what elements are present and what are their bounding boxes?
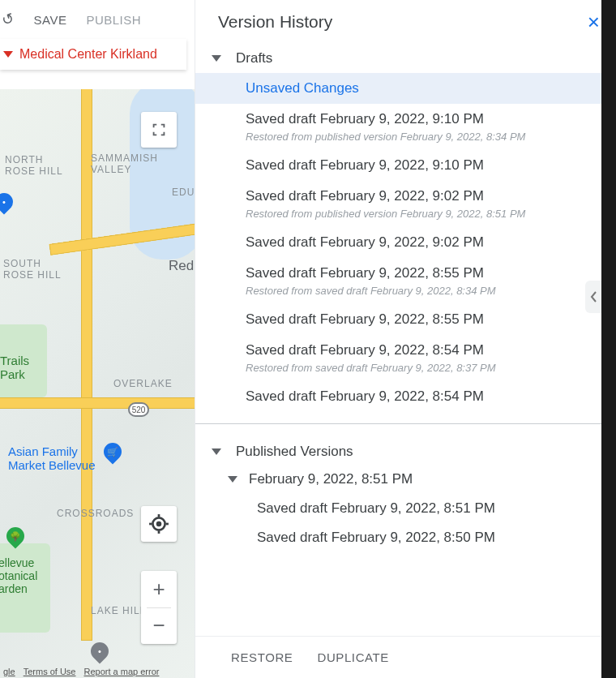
map-label: OVERLAKE: [113, 378, 173, 389]
chevron-down-icon[interactable]: [212, 448, 221, 455]
panel-body: Drafts Unsaved Changes Saved draft Febru…: [195, 44, 616, 636]
drafts-section-label: Drafts: [236, 50, 272, 67]
store-pin-icon[interactable]: •: [0, 189, 17, 214]
store-pin-icon[interactable]: 🛒: [100, 439, 125, 464]
published-section-label: Published Versions: [236, 444, 353, 460]
draft-entry-label: Saved draft February 9, 2022, 9:10 PM: [246, 111, 484, 127]
map-label: EDU: [172, 187, 195, 198]
map-label: LAKE HILL: [91, 605, 146, 616]
map-label: SOUTH ROSE HILL: [3, 258, 62, 281]
fullscreen-icon: [150, 121, 168, 139]
published-entry-label: Saved draft February 9, 2022, 8:51 PM: [257, 500, 495, 516]
target-icon: [148, 513, 169, 534]
window-frame-edge: [601, 0, 616, 678]
chevron-down-icon[interactable]: [228, 476, 237, 483]
published-group-header[interactable]: February 9, 2022, 8:51 PM: [195, 466, 616, 494]
my-location-button[interactable]: [141, 506, 177, 542]
map-label: SAMMAMISH VALLEY: [91, 152, 158, 175]
publish-button[interactable]: PUBLISH: [86, 13, 141, 27]
draft-entry-label: Saved draft February 9, 2022, 9:10 PM: [246, 157, 484, 173]
published-entry[interactable]: Saved draft February 9, 2022, 8:50 PM: [195, 523, 616, 552]
save-button[interactable]: SAVE: [34, 13, 67, 27]
draft-entry-label: Saved draft February 9, 2022, 8:55 PM: [246, 311, 484, 327]
drafts-section-header[interactable]: Drafts: [195, 44, 616, 73]
published-section-header[interactable]: Published Versions: [195, 437, 616, 466]
draft-entry-label: Unsaved Changes: [246, 80, 359, 96]
map-road: [0, 397, 195, 409]
map-park-label: Trails Park: [0, 354, 29, 381]
draft-entry-label: Saved draft February 9, 2022, 8:54 PM: [246, 388, 484, 404]
toolbar: ↻ SAVE PUBLISH: [0, 0, 211, 39]
draft-entry-sub: Restored from saved draft February 9, 20…: [246, 362, 603, 374]
terms-link[interactable]: Terms of Use: [24, 667, 76, 676]
published-group-date: February 9, 2022, 8:51 PM: [249, 471, 413, 487]
zoom-in-button[interactable]: +: [141, 571, 177, 607]
draft-entry-sub: Restored from saved draft February 9, 20…: [246, 285, 603, 297]
draft-entry[interactable]: Saved draft February 9, 2022, 9:02 PM Re…: [195, 181, 616, 227]
draft-entry[interactable]: Saved draft February 9, 2022, 8:55 PM: [195, 304, 616, 335]
draft-entry[interactable]: Saved draft February 9, 2022, 8:55 PM Re…: [195, 258, 616, 304]
chevron-down-icon: [3, 51, 13, 58]
map-label: NORTH ROSE HILL: [5, 154, 63, 177]
draft-entry-sub: Restored from published version February…: [246, 131, 603, 143]
selected-item-label: Medical Center Kirkland: [19, 47, 157, 62]
draft-entry[interactable]: Saved draft February 9, 2022, 8:54 PM: [195, 381, 616, 412]
draft-entry-label: Saved draft February 9, 2022, 8:55 PM: [246, 265, 484, 281]
draft-entry[interactable]: Saved draft February 9, 2022, 9:10 PM Re…: [195, 104, 616, 150]
draft-entry-sub: Restored from published version February…: [246, 208, 603, 220]
section-divider: [195, 423, 616, 424]
route-shield: 520: [128, 402, 149, 417]
context-bar[interactable]: Medical Center Kirkland: [0, 39, 186, 70]
draft-entry-label: Saved draft February 9, 2022, 8:54 PM: [246, 342, 484, 358]
close-button[interactable]: ×: [588, 10, 600, 35]
report-error-link[interactable]: Report a map error: [83, 667, 159, 676]
zoom-out-button[interactable]: −: [141, 608, 177, 645]
map-poi-label: Asian Family Market Bellevue: [8, 444, 96, 472]
zoom-control: + −: [141, 571, 177, 644]
restore-button[interactable]: RESTORE: [231, 650, 293, 664]
map-attribution: gle Terms of Use Report a map error: [0, 667, 162, 676]
draft-entry-label: Saved draft February 9, 2022, 9:02 PM: [246, 188, 484, 204]
published-entry[interactable]: Saved draft February 9, 2022, 8:51 PM: [195, 494, 616, 523]
panel-title: Version History: [218, 12, 332, 32]
draft-entry[interactable]: Saved draft February 9, 2022, 9:02 PM: [195, 227, 616, 258]
draft-entry[interactable]: Saved draft February 9, 2022, 8:54 PM Re…: [195, 335, 616, 381]
duplicate-button[interactable]: DUPLICATE: [317, 650, 388, 664]
redo-icon[interactable]: ↻: [0, 9, 17, 30]
map-park-label: ellevue otanical arden: [0, 556, 37, 595]
chevron-down-icon[interactable]: [212, 55, 221, 62]
version-history-panel: Version History × Drafts Unsaved Changes…: [195, 0, 616, 678]
map-label: CROSSROADS: [57, 508, 134, 519]
draft-entry-label: Saved draft February 9, 2022, 9:02 PM: [246, 234, 484, 250]
chevron-left-icon: [589, 290, 597, 303]
published-entry-label: Saved draft February 9, 2022, 8:50 PM: [257, 530, 495, 545]
map-city-label: Redm: [169, 258, 195, 274]
pin-icon[interactable]: •: [87, 638, 112, 663]
fullscreen-button[interactable]: [141, 112, 177, 148]
panel-header: Version History ×: [195, 0, 616, 44]
draft-entry[interactable]: Saved draft February 9, 2022, 9:10 PM: [195, 150, 616, 181]
draft-entry[interactable]: Unsaved Changes: [195, 73, 616, 104]
map-canvas[interactable]: NORTH ROSE HILL SAMMAMISH VALLEY EDU SOU…: [0, 89, 195, 678]
panel-actions: RESTORE DUPLICATE: [195, 636, 616, 678]
side-collapse-handle[interactable]: [585, 281, 601, 313]
svg-point-1: [156, 521, 162, 527]
google-credit: gle: [3, 667, 15, 676]
